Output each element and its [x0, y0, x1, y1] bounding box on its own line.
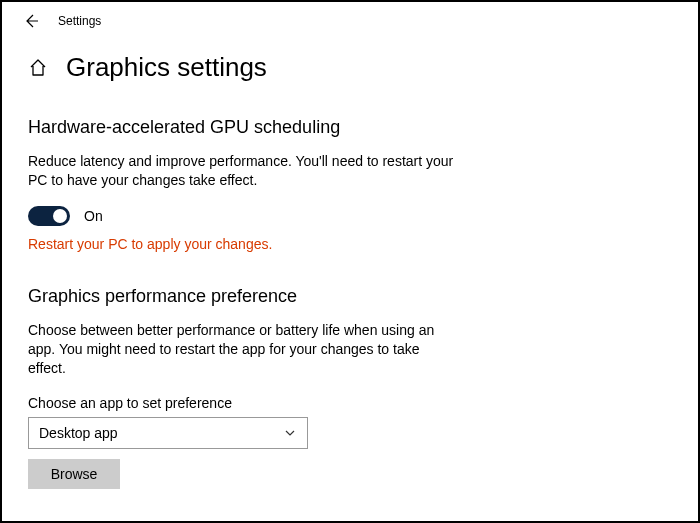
- content-area: Graphics settings Hardware-accelerated G…: [2, 38, 698, 507]
- browse-button[interactable]: Browse: [28, 459, 120, 489]
- browse-button-label: Browse: [51, 466, 98, 482]
- home-icon-svg: [28, 58, 48, 78]
- perf-pref-description: Choose between better performance or bat…: [28, 321, 458, 378]
- select-value: Desktop app: [39, 425, 118, 441]
- gpu-scheduling-toggle[interactable]: [28, 206, 70, 226]
- gpu-scheduling-heading: Hardware-accelerated GPU scheduling: [28, 117, 672, 138]
- chevron-down-icon: [283, 426, 297, 440]
- back-button[interactable]: [22, 12, 40, 30]
- page-header: Graphics settings: [28, 52, 672, 83]
- toggle-state-label: On: [84, 208, 103, 224]
- gpu-scheduling-toggle-row: On: [28, 206, 672, 226]
- page-title: Graphics settings: [66, 52, 267, 83]
- gpu-scheduling-description: Reduce latency and improve performance. …: [28, 152, 458, 190]
- arrow-left-icon: [23, 13, 39, 29]
- app-select-label: Choose an app to set preference: [28, 395, 672, 411]
- app-type-select[interactable]: Desktop app: [28, 417, 308, 449]
- section-performance-preference: Graphics performance preference Choose b…: [28, 286, 672, 490]
- section-gpu-scheduling: Hardware-accelerated GPU scheduling Redu…: [28, 117, 672, 252]
- home-icon[interactable]: [28, 58, 48, 78]
- perf-pref-heading: Graphics performance preference: [28, 286, 672, 307]
- topbar-title: Settings: [58, 14, 101, 28]
- toggle-knob: [53, 209, 67, 223]
- topbar: Settings: [2, 2, 698, 38]
- restart-warning: Restart your PC to apply your changes.: [28, 236, 672, 252]
